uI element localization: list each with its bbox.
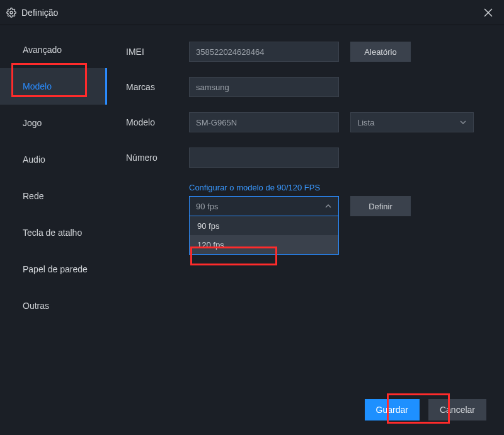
- sidebar-item-wallpaper[interactable]: Papel de parede: [0, 251, 107, 287]
- gear-icon: [6, 8, 16, 18]
- sidebar-item-label: Avançado: [23, 45, 62, 55]
- svg-point-0: [10, 11, 13, 14]
- model-list-label: Lista: [357, 118, 374, 127]
- content-panel: IMEI Aleatório Marcas Modelo Lista: [107, 25, 504, 385]
- sidebar-item-others[interactable]: Outras: [0, 287, 107, 324]
- chevron-down-icon: [459, 119, 467, 126]
- close-button[interactable]: [479, 3, 498, 22]
- sidebar-item-label: Rede: [23, 191, 43, 201]
- brand-input[interactable]: [189, 77, 339, 97]
- imei-label: IMEI: [126, 47, 189, 57]
- model-list-select[interactable]: Lista: [350, 112, 474, 132]
- number-label: Número: [126, 153, 189, 163]
- model-input[interactable]: [189, 112, 339, 132]
- window-title: Definição: [21, 8, 58, 18]
- save-button[interactable]: Guardar: [365, 399, 420, 420]
- sidebar-item-game[interactable]: Jogo: [0, 105, 107, 141]
- sidebar-item-network[interactable]: Rede: [0, 178, 107, 214]
- row-number: Número: [126, 148, 489, 168]
- sidebar-item-label: Tecla de atalho: [23, 228, 82, 238]
- row-brand: Marcas: [126, 77, 489, 97]
- fps-config-link[interactable]: Configurar o modelo de 90/120 FPS: [189, 183, 489, 192]
- row-model: Modelo Lista: [126, 112, 489, 132]
- footer: Guardar Cancelar: [0, 385, 504, 435]
- fps-set-button[interactable]: Definir: [350, 196, 411, 216]
- sidebar-item-label: Modelo: [23, 81, 52, 91]
- fps-option-90[interactable]: 90 fps: [190, 216, 338, 235]
- settings-window: Definição Avançado Modelo Jogo Audio Red…: [0, 0, 504, 435]
- row-imei: IMEI Aleatório: [126, 42, 489, 62]
- fps-block: Configurar o modelo de 90/120 FPS 90 fps…: [189, 183, 489, 255]
- sidebar-item-label: Jogo: [23, 118, 42, 128]
- window-body: Avançado Modelo Jogo Audio Rede Tecla de…: [0, 25, 504, 385]
- model-label: Modelo: [126, 117, 189, 127]
- fps-select[interactable]: 90 fps: [189, 196, 339, 216]
- sidebar-item-audio[interactable]: Audio: [0, 141, 107, 178]
- fps-option-120[interactable]: 120 fps: [190, 235, 338, 254]
- imei-random-button[interactable]: Aleatório: [350, 42, 411, 62]
- titlebar: Definição: [0, 0, 504, 25]
- cancel-button[interactable]: Cancelar: [428, 399, 486, 420]
- imei-input[interactable]: [189, 42, 339, 62]
- number-input[interactable]: [189, 148, 339, 168]
- sidebar-item-label: Outras: [23, 301, 49, 311]
- sidebar-item-label: Papel de parede: [23, 264, 88, 274]
- fps-selected-value: 90 fps: [196, 202, 218, 211]
- sidebar: Avançado Modelo Jogo Audio Rede Tecla de…: [0, 25, 107, 385]
- sidebar-item-hotkey[interactable]: Tecla de atalho: [0, 214, 107, 251]
- sidebar-item-advanced[interactable]: Avançado: [0, 32, 107, 68]
- brand-label: Marcas: [126, 82, 189, 92]
- fps-dropdown: 90 fps 120 fps: [189, 216, 339, 255]
- chevron-up-icon: [324, 202, 332, 210]
- sidebar-item-label: Audio: [23, 154, 45, 165]
- sidebar-item-model[interactable]: Modelo: [0, 68, 107, 105]
